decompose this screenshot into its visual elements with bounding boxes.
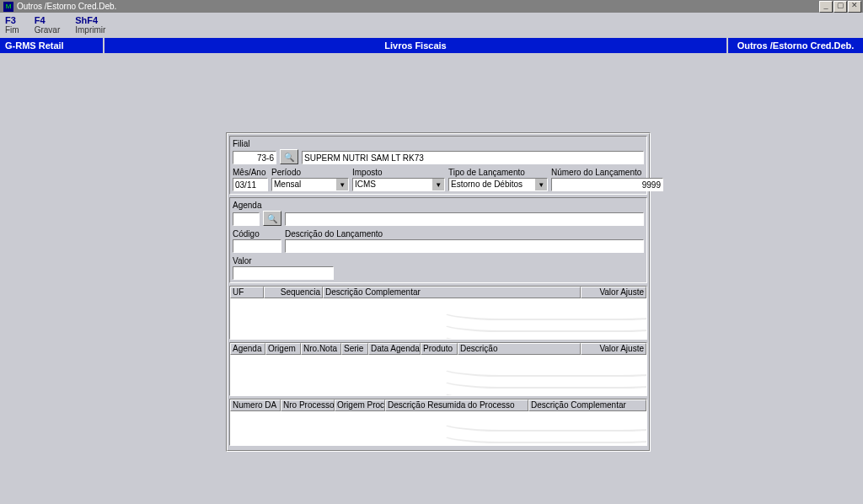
grid-uf-body[interactable] [230,298,646,339]
menu-item-gravar[interactable]: Gravar [35,25,61,35]
label-mes-ano: Mês/Ano [233,168,268,178]
col-desc-complementar[interactable]: Descrição Complementar [323,287,581,298]
agenda-lookup-button[interactable]: 🔍 [263,211,281,226]
num-lanc-input[interactable] [551,178,663,191]
col-nro-nota[interactable]: Nro.Nota [301,343,341,355]
label-imposto: Imposto [352,168,445,178]
section-right: Outros /Estorno Cred.Deb. [728,38,863,53]
grid-agenda-body[interactable] [230,355,646,395]
cod-fiscal-input[interactable] [233,239,281,253]
col-descricao[interactable]: Descrição [458,343,581,355]
col-desc-complementar-2[interactable]: Descrição Complementar [528,399,646,411]
menu-item-fim[interactable]: Fim [5,25,19,35]
filial-input[interactable] [233,151,276,164]
binoculars-icon: 🔍 [267,214,277,223]
section-left: G-RMS Retail [0,38,105,53]
window-title-bar: M Outros /Estorno Cred.Deb. _ ▢ ✕ [0,0,863,13]
agenda-desc-input[interactable] [285,212,644,226]
filial-lookup-button[interactable]: 🔍 [280,149,298,164]
col-sequencia[interactable]: Sequencia [264,287,323,298]
grid-uf-header: UF Sequencia Descrição Complementar Valo… [230,287,646,298]
col-data-agenda[interactable]: Data Agenda [368,343,421,355]
binoculars-icon: 🔍 [284,153,294,162]
label-tipo-lanc: Tipo de Lançamento [448,168,548,178]
label-filial: Filial [233,139,644,149]
filial-desc-input[interactable] [302,151,644,164]
label-agenda: Agenda [233,201,644,211]
chevron-down-icon: ▼ [335,179,348,190]
col-agenda[interactable]: Agenda [230,343,265,355]
col-origem[interactable]: Origem [265,343,301,355]
grid-processo: Numero DA Nro Processo Origem Proc Descr… [229,399,647,446]
periodo-combo[interactable]: Mensal ▼ [271,178,349,191]
window-title: Outros /Estorno Cred.Deb. [17,2,818,11]
app-icon: M [3,2,13,12]
window-buttons: _ ▢ ✕ [818,1,861,13]
group-lancamento: Agenda 🔍 Código Fiscal Descrição do Lanç… [229,197,647,283]
label-num-lanc: Número do Lançamento [551,168,663,178]
section-bar: G-RMS Retail Livros Fiscais Outros /Esto… [0,38,863,53]
col-serie[interactable]: Serie [341,343,368,355]
menu-shortcut-f4: F4 [35,15,46,25]
col-origem-proc[interactable]: Origem Proc [335,399,385,411]
agenda-input[interactable] [233,212,260,226]
menu-shortcut-f3: F3 [5,15,16,25]
col-valor-ajuste-2[interactable]: Valor Ajuste [581,343,646,355]
section-mid: Livros Fiscais [105,38,728,53]
grid-agenda: Agenda Origem Nro.Nota Serie Data Agenda… [229,342,647,396]
minimize-button[interactable]: _ [819,1,833,13]
mes-ano-input[interactable] [233,178,268,191]
menu-shortcut-shf4: ShF4 [75,15,98,25]
menu-strip: F3 F4 ShF4 Fim Gravar Imprimir [0,13,863,38]
label-valor: Valor [233,256,334,266]
tipo-lanc-combo[interactable]: Estorno de Débitos ▼ [448,178,548,191]
imposto-combo[interactable]: ICMS ▼ [352,178,445,191]
col-uf[interactable]: UF [230,287,264,298]
menu-item-imprimir[interactable]: Imprimir [75,25,105,35]
label-desc-lanc: Descrição do Lançamento [285,229,644,239]
periodo-value: Mensal [272,179,335,190]
main-panel: Filial 🔍 Mês/Ano Período Mens [226,132,651,452]
desc-lanc-input[interactable] [285,239,644,253]
col-valor-ajuste[interactable]: Valor Ajuste [581,287,646,298]
chevron-down-icon: ▼ [534,179,547,190]
chevron-down-icon: ▼ [432,179,444,190]
grid-agenda-header: Agenda Origem Nro.Nota Serie Data Agenda… [230,343,646,355]
col-desc-resumida[interactable]: Descrição Resumida do Processo [385,399,528,411]
grid-processo-header: Numero DA Nro Processo Origem Proc Descr… [230,399,646,411]
imposto-value: ICMS [353,179,432,190]
group-filial: Filial 🔍 Mês/Ano Período Mens [229,136,647,195]
col-produto[interactable]: Produto [421,343,458,355]
col-numero-da[interactable]: Numero DA [230,399,281,411]
tipo-lanc-value: Estorno de Débitos [449,179,534,190]
grid-processo-body[interactable] [230,411,646,445]
label-periodo: Período [271,168,349,178]
maximize-button[interactable]: ▢ [834,1,847,13]
grid-uf: UF Sequencia Descrição Complementar Valo… [229,286,647,340]
valor-input[interactable] [233,266,334,280]
close-button[interactable]: ✕ [848,1,861,13]
label-cod-fiscal: Código Fiscal [233,229,281,239]
col-nro-processo[interactable]: Nro Processo [281,399,335,411]
